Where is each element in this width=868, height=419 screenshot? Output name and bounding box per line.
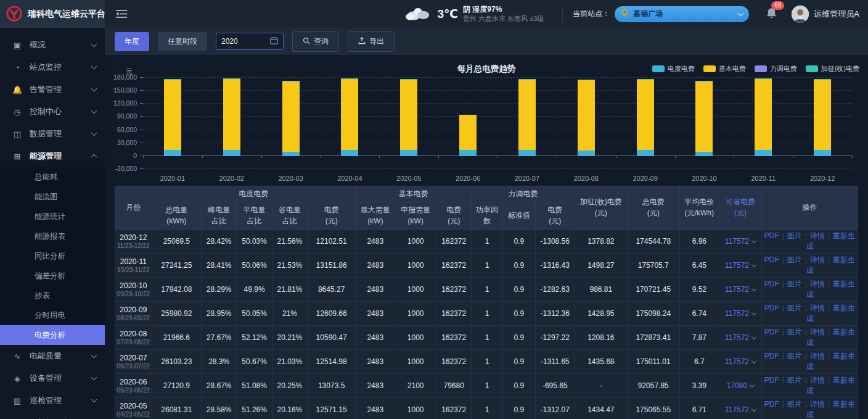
export-button[interactable]: 导出 xyxy=(348,31,395,52)
bar-基本电费[interactable] xyxy=(282,81,300,151)
savable-fee-value[interactable]: 117572 xyxy=(725,285,749,294)
bar-力调电费[interactable] xyxy=(814,156,831,156)
submenu-item-抄表[interactable]: 抄表 xyxy=(0,286,105,305)
bar-力调电费[interactable] xyxy=(459,156,477,156)
action-detail[interactable]: 详情 xyxy=(810,231,825,240)
query-button[interactable]: 查询 xyxy=(292,31,339,52)
submenu-item-能源报表[interactable]: 能源报表 xyxy=(0,226,105,246)
savable-fee-value[interactable]: 117572 xyxy=(725,333,749,342)
chevron-down-icon[interactable] xyxy=(751,310,756,315)
chevron-down-icon[interactable] xyxy=(751,359,756,363)
action-image[interactable]: 图片 xyxy=(787,328,802,336)
bar-力调电费[interactable] xyxy=(637,156,654,156)
bar-加征(收)电费[interactable] xyxy=(164,79,181,80)
year-input[interactable] xyxy=(221,37,266,46)
bar-加征(收)电费[interactable] xyxy=(518,79,536,80)
legend-item[interactable]: 力调电费 xyxy=(755,64,797,73)
bar-基本电费[interactable] xyxy=(637,80,654,150)
bar-力调电费[interactable] xyxy=(341,156,358,156)
bar-基本电费[interactable] xyxy=(695,81,713,151)
notifications-button[interactable]: 66 xyxy=(765,7,778,22)
savable-fee-value[interactable]: 117572 xyxy=(725,237,749,246)
submenu-item-同比分析[interactable]: 同比分析 xyxy=(0,246,105,266)
submenu-item-电费分析[interactable]: 电费分析 xyxy=(0,325,105,345)
submenu-item-分时用电[interactable]: 分时用电 xyxy=(0,305,105,325)
action-image[interactable]: 图片 xyxy=(787,231,802,240)
action-detail[interactable]: 详情 xyxy=(810,400,825,409)
sidebar-item-control[interactable]: ◷控制中心 xyxy=(0,101,105,123)
savable-fee-value[interactable]: 117572 xyxy=(725,261,749,270)
bar-力调电费[interactable] xyxy=(400,156,417,156)
bar-电度电费[interactable] xyxy=(814,150,831,156)
bar-加征(收)电费[interactable] xyxy=(223,78,240,79)
savable-fee-value[interactable]: 117572 xyxy=(725,309,749,318)
action-pdf[interactable]: PDF xyxy=(764,231,779,240)
legend-item[interactable]: 电度电费 xyxy=(652,64,695,73)
action-pdf[interactable]: PDF xyxy=(764,400,779,409)
bar-加征(收)电费[interactable] xyxy=(341,78,358,79)
action-detail[interactable]: 详情 xyxy=(810,280,825,288)
bar-力调电费[interactable] xyxy=(695,156,713,156)
bar-力调电费[interactable] xyxy=(223,156,240,156)
submenu-item-能流图[interactable]: 能流图 xyxy=(0,187,105,207)
sidebar-item-overview[interactable]: ▣概况 xyxy=(0,34,105,56)
sidebar-item-energy[interactable]: ⊞能源管理 xyxy=(0,145,105,167)
chevron-down-icon[interactable] xyxy=(751,286,756,291)
bar-基本电费[interactable] xyxy=(814,80,831,150)
bar-基本电费[interactable] xyxy=(164,80,181,150)
chevron-down-icon[interactable] xyxy=(751,238,756,243)
bar-加征(收)电费[interactable] xyxy=(282,81,300,81)
mode-range-button[interactable]: 任意时段 xyxy=(158,32,207,51)
bar-基本电费[interactable] xyxy=(755,79,772,149)
bar-电度电费[interactable] xyxy=(578,151,595,155)
bar-电度电费[interactable] xyxy=(400,150,417,156)
action-image[interactable]: 图片 xyxy=(787,280,802,288)
bar-电度电费[interactable] xyxy=(518,150,536,156)
bar-基本电费[interactable] xyxy=(400,80,417,150)
bar-电度电费[interactable] xyxy=(164,150,181,156)
action-detail[interactable]: 详情 xyxy=(810,304,825,312)
action-detail[interactable]: 详情 xyxy=(810,328,825,336)
action-pdf[interactable]: PDF xyxy=(764,376,779,384)
sidebar-collapse-icon[interactable] xyxy=(116,7,129,21)
action-pdf[interactable]: PDF xyxy=(764,304,779,312)
bar-电度电费[interactable] xyxy=(459,150,477,156)
bar-电度电费[interactable] xyxy=(755,150,772,156)
bar-电度电费[interactable] xyxy=(637,150,654,156)
savable-fee-value[interactable]: 117572 xyxy=(725,405,749,414)
action-detail[interactable]: 详情 xyxy=(810,376,825,384)
sidebar-item-data[interactable]: ◫数据管理 xyxy=(0,123,105,145)
submenu-item-总能耗[interactable]: 总能耗 xyxy=(0,167,105,187)
sidebar-item-inspection[interactable]: ▥巡检管理 xyxy=(0,389,105,412)
bar-基本电费[interactable] xyxy=(341,79,358,149)
bar-加征(收)电费[interactable] xyxy=(755,78,772,79)
legend-item[interactable]: 加征(收)电费 xyxy=(806,64,859,73)
chevron-down-icon[interactable] xyxy=(751,407,756,412)
year-picker[interactable] xyxy=(216,33,284,50)
chevron-down-icon[interactable] xyxy=(751,334,756,339)
sidebar-item-monitoring[interactable]: ◔站点监控 xyxy=(0,56,105,78)
action-detail[interactable]: 详情 xyxy=(810,255,825,264)
chevron-down-icon[interactable] xyxy=(751,262,756,267)
sidebar-item-alarm[interactable]: 🔔告警管理 xyxy=(0,78,105,101)
legend-item[interactable]: 基本电费 xyxy=(703,64,746,73)
bar-基本电费[interactable] xyxy=(518,80,536,150)
action-pdf[interactable]: PDF xyxy=(764,280,779,288)
bar-力调电费[interactable] xyxy=(578,156,595,156)
bar-基本电费[interactable] xyxy=(223,79,240,149)
action-pdf[interactable]: PDF xyxy=(764,328,779,336)
action-image[interactable]: 图片 xyxy=(787,255,802,264)
action-image[interactable]: 图片 xyxy=(787,352,802,360)
bar-力调电费[interactable] xyxy=(164,156,181,156)
action-image[interactable]: 图片 xyxy=(787,304,802,312)
avatar[interactable] xyxy=(792,6,809,23)
bar-电度电费[interactable] xyxy=(341,150,358,156)
sidebar-item-device[interactable]: ◈设备管理 xyxy=(0,367,105,389)
sidebar-item-robot[interactable]: ⚇巡检机器人 xyxy=(0,412,105,419)
mode-year-button[interactable]: 年度 xyxy=(115,32,149,51)
station-select[interactable]: 嘉德广场 xyxy=(615,6,749,22)
sidebar-item-power-quality[interactable]: ∿电能质量 xyxy=(0,345,105,367)
action-image[interactable]: 图片 xyxy=(787,376,802,384)
bar-加征(收)电费[interactable] xyxy=(578,80,595,80)
bar-力调电费[interactable] xyxy=(755,156,772,156)
